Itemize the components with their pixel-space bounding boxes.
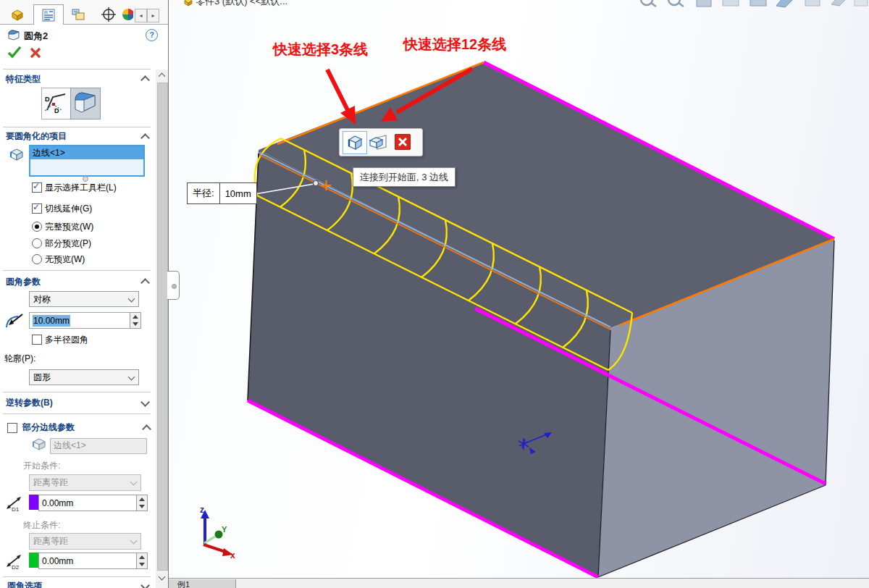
dimxpert-icon: [101, 7, 116, 22]
radius-icon: [4, 310, 25, 329]
filletxpert-type-button[interactable]: D D: [41, 88, 72, 119]
help-icon[interactable]: ?: [146, 29, 158, 41]
heads-up-toolbar-icons[interactable]: [641, 0, 868, 7]
quick-select-3-edges-button[interactable]: [343, 131, 367, 154]
start-condition-value: 距离等距: [33, 476, 68, 489]
close-selection-toolbar-button[interactable]: [392, 131, 413, 153]
model-box[interactable]: [248, 62, 834, 577]
radius-input[interactable]: 10.00mm: [29, 312, 132, 329]
section-fillet-options-label: 圆角选项: [7, 580, 42, 588]
start-condition-label: 开始条件:: [23, 460, 60, 472]
profile-dropdown[interactable]: 圆形: [29, 369, 139, 385]
panel-splitter-handle[interactable]: [167, 271, 180, 300]
d2-input[interactable]: 0.00mm: [38, 553, 138, 569]
tab-dimxpert[interactable]: [94, 4, 123, 24]
full-preview-label: 完整预览(W): [45, 221, 93, 233]
separator: [3, 413, 151, 414]
scrollbar-thumb[interactable]: [157, 83, 168, 571]
d2-value: 0.00mm: [42, 556, 73, 566]
annotation-quick-select-3: 快速选择3条线: [273, 40, 368, 59]
svg-text:D: D: [54, 107, 59, 114]
ok-button[interactable]: [7, 45, 22, 59]
tangent-propagation-checkbox[interactable]: ✓: [32, 203, 42, 214]
section-items-label: 要圆角化的项目: [6, 130, 67, 143]
symmetry-dropdown[interactable]: 对称: [29, 291, 139, 307]
selection-toolbar[interactable]: [339, 128, 423, 156]
tab-scroll-left-button[interactable]: ◂: [135, 9, 147, 22]
separator: [3, 127, 151, 127]
separator: [3, 69, 151, 70]
section-partial-edge-label: 部分边线参数: [22, 421, 75, 434]
part-icon: [10, 8, 25, 21]
d2-color-swatch: [29, 553, 38, 568]
collapse-items-chevron[interactable]: [140, 133, 150, 143]
section-feature-type-label: 特征类型: [6, 73, 41, 85]
property-manager-icon: [41, 9, 56, 22]
start-condition-dropdown: 距离等距: [29, 474, 141, 491]
full-preview-radio[interactable]: [32, 222, 42, 232]
collapse-params-chevron[interactable]: [140, 278, 150, 287]
cancel-button[interactable]: [29, 46, 42, 59]
d2-label: D2: [12, 564, 20, 570]
listbox-resize-grip[interactable]: [83, 176, 88, 182]
scroll-down-button[interactable]: [156, 572, 168, 584]
radius-callout-value[interactable]: 10mm: [219, 183, 256, 203]
d2-distance-icon: D2: [5, 554, 24, 570]
expand-fillet-options-chevron[interactable]: [140, 581, 150, 588]
partial-preview-label: 部分预览(P): [45, 238, 91, 250]
expand-setback-chevron[interactable]: [140, 398, 150, 407]
fillet-cube-icon: [71, 88, 98, 117]
collapse-partial-edge-chevron[interactable]: [142, 424, 151, 434]
selection-listbox[interactable]: 边线<1>: [29, 145, 145, 177]
separator: [3, 270, 151, 271]
partial-edge-checkbox[interactable]: [7, 423, 17, 433]
d1-spinner[interactable]: [136, 495, 148, 511]
partial-preview-radio[interactable]: [32, 238, 42, 248]
manual-fillet-type-button[interactable]: [70, 88, 101, 119]
profile-label: 轮廓(P):: [4, 353, 35, 365]
multi-radius-checkbox[interactable]: [32, 335, 42, 345]
quick-select-12-edges-button[interactable]: [366, 131, 390, 153]
graphics-viewport[interactable]: z Y x 零件3 (默认) <<默认... 快速选择3条线 快速选择12条线: [169, 0, 869, 588]
connected-to-end-face-icon: [369, 133, 387, 151]
viewport-bottom-strip: 例1: [169, 578, 869, 588]
radius-spinner[interactable]: [130, 312, 141, 329]
tab-configurations[interactable]: [64, 4, 93, 24]
separator: [3, 392, 151, 392]
partial-edge-field: 边线<1>: [50, 438, 147, 454]
solidworks-window: z Y x 零件3 (默认) <<默认... 快速选择3条线 快速选择12条线: [0, 0, 869, 588]
manager-tabbar: ◂ ▸: [0, 0, 168, 25]
section-fillet-params-label: 圆角参数: [6, 276, 41, 288]
triad-y-label: Y: [222, 525, 227, 534]
tab-scroll-right-button[interactable]: ▸: [147, 9, 159, 22]
tab-featuremanager[interactable]: [3, 4, 32, 24]
d2-spinner[interactable]: [136, 553, 148, 569]
model-canvas[interactable]: z Y x: [169, 0, 869, 588]
tree-title-text: 零件3 (默认) <<默认...: [196, 0, 287, 8]
annotation-quick-select-12: 快速选择12条线: [403, 35, 506, 54]
triad-x-label: x: [230, 550, 235, 560]
feature-tree-flyout-title[interactable]: 零件3 (默认) <<默认...: [183, 0, 287, 8]
scroll-up-button[interactable]: [156, 70, 168, 81]
selected-edge-item[interactable]: 边线<1>: [30, 146, 143, 159]
end-condition-label: 终止条件:: [23, 519, 60, 532]
d1-color-swatch: [29, 495, 38, 510]
radius-callout[interactable]: 半径: 10mm: [187, 182, 257, 204]
model-tab[interactable]: 例1: [169, 579, 236, 588]
end-condition-dropdown: 距离等距: [29, 533, 141, 550]
tab-displaymanager[interactable]: [122, 4, 133, 24]
no-preview-label: 无预览(W): [45, 253, 85, 266]
d1-input[interactable]: 0.00mm: [38, 495, 138, 511]
no-preview-radio[interactable]: [32, 254, 42, 264]
edge-selection-icon: [31, 437, 47, 451]
d1-label: D1: [12, 506, 20, 512]
multi-radius-label: 多半径圆角: [45, 334, 88, 346]
d1-distance-icon: D1: [5, 496, 24, 512]
display-manager-icon: [122, 8, 133, 21]
collapse-feature-type-chevron[interactable]: [140, 75, 150, 85]
tab-propertymanager[interactable]: [33, 4, 64, 25]
show-selection-toolbar-checkbox[interactable]: ✓: [32, 182, 42, 193]
reference-triad: z Y x: [200, 505, 235, 560]
section-setback-label: 逆转参数(B): [6, 397, 53, 409]
d1-value: 0.00mm: [42, 498, 73, 508]
